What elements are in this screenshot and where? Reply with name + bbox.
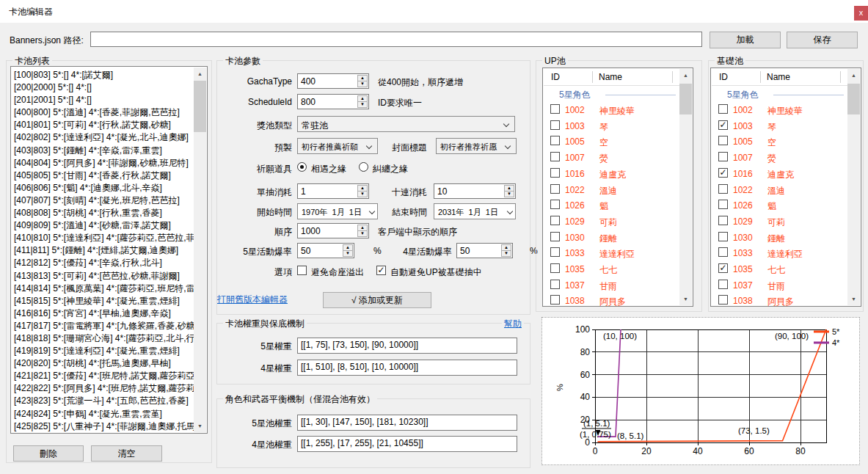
row-checkbox[interactable]	[550, 152, 560, 161]
load-button[interactable]: 加載	[710, 32, 781, 48]
list-item[interactable]: [414|814] 5*:[楓原萬葉] 4*:[蘿莎莉亞,班尼特,雷澤]	[12, 282, 194, 295]
pool-row[interactable]: 1035七七	[712, 261, 847, 277]
list-item[interactable]: [408|808] 5*:[胡桃] 4*:[行秋,重雲,香菱]	[12, 207, 194, 219]
row-checkbox[interactable]	[550, 247, 560, 257]
pool-row[interactable]: 1026魈	[712, 197, 847, 214]
row-checkbox[interactable]	[718, 120, 728, 130]
list-item[interactable]: [422|822] 5*:[阿貝多] 4*:[班尼特,諾艾爾,蘿莎莉亞]	[12, 382, 194, 395]
list-item[interactable]: [406|806] 5*:[魈] 4*:[迪奧娜,北斗,辛焱]	[12, 182, 194, 194]
cover-combobox[interactable]: 初行者推荐祈愿	[436, 138, 517, 154]
spinner-down-icon[interactable]: ▼	[501, 250, 511, 257]
pool-list-scrollbar[interactable]: ▲ ▼	[194, 68, 206, 432]
scrollbar-thumb[interactable]	[679, 84, 692, 114]
path-input[interactable]	[90, 32, 702, 47]
scroll-down-icon[interactable]: ▼	[679, 293, 692, 305]
pool-row[interactable]: 1016迪盧克	[544, 166, 679, 182]
list-item[interactable]: [407|807] 5*:[刻晴] 4*:[凝光,班尼特,芭芭拉]	[12, 194, 194, 207]
column-header-name[interactable]: Name	[767, 72, 790, 82]
row-checkbox[interactable]	[550, 232, 560, 241]
pool-row[interactable]: 1037甘雨	[544, 277, 679, 293]
pool-row[interactable]: 1005空	[712, 134, 847, 150]
list-item[interactable]: [411|811] 5*:[鍾離] 4*:[煙緋,諾艾爾,迪奧娜]	[12, 244, 194, 257]
list-item[interactable]: [416|816] 5*:[宵宮] 4*:[早柚,迪奧娜,辛焱]	[12, 307, 194, 320]
list-item[interactable]: [413|813] 5*:[可莉] 4*:[芭芭拉,砂糖,菲謝爾]	[12, 270, 194, 282]
row-checkbox[interactable]	[718, 263, 728, 273]
list-item[interactable]: [201|2001] 5*:[] 4*:[]	[12, 94, 194, 106]
row-checkbox[interactable]	[718, 280, 728, 289]
spinner-down-icon[interactable]: ▼	[357, 230, 368, 237]
scroll-up-icon[interactable]: ▲	[847, 69, 860, 81]
pool-row[interactable]: 1035七七	[544, 261, 679, 277]
list-item[interactable]: [402|802] 5*:[達達利亞] 4*:[凝光,北斗,迪奧娜]	[12, 131, 194, 144]
gachatype-spinner[interactable]: 400 ▲▼	[297, 73, 369, 89]
list-item[interactable]: [423|823] 5*:[荒瀧一斗] 4*:[五郎,芭芭拉,香菱]	[12, 395, 194, 407]
spinner-down-icon[interactable]: ▼	[357, 101, 368, 108]
save-button[interactable]: 保存	[787, 32, 858, 48]
scroll-down-icon[interactable]: ▼	[847, 293, 860, 305]
row-checkbox[interactable]	[550, 120, 560, 130]
row-checkbox[interactable]	[550, 104, 560, 114]
end-datepicker[interactable]: 2031年 1月 1日	[434, 203, 516, 219]
list-item[interactable]: [415|815] 5*:[神里綾華] 4*:[凝光,重雲,煙緋]	[12, 295, 194, 307]
list-item[interactable]: [419|819] 5*:[達達利亞] 4*:[凝光,重雲,煙緋]	[12, 345, 194, 357]
pool-row[interactable]: 1022溫迪	[712, 182, 847, 198]
pool-row[interactable]: 1022溫迪	[544, 182, 679, 198]
avoid-up-in-base-checkbox[interactable]	[376, 266, 386, 275]
pool-listbox[interactable]: [100|803] 5*:[] 4*:[諾艾爾][200|2000] 5*:[]…	[10, 66, 208, 434]
row-checkbox[interactable]	[718, 136, 728, 145]
row-checkbox[interactable]	[718, 200, 728, 209]
row-checkbox[interactable]	[718, 152, 728, 161]
column-header-id[interactable]: ID	[719, 72, 728, 82]
row-checkbox[interactable]	[550, 136, 560, 145]
pool-row[interactable]: 1038阿貝多	[544, 293, 679, 309]
list-item[interactable]: [409|809] 5*:[溫迪] 4*:[砂糖,雷澤,諾艾爾]	[12, 219, 194, 232]
add-update-button[interactable]: √ 添加或更新	[323, 292, 431, 308]
pool-row[interactable]: 1029可莉	[712, 214, 847, 230]
pool-row[interactable]: 1038阿貝多	[712, 293, 847, 309]
pooltype-combobox[interactable]: 常驻池	[297, 116, 515, 132]
rate4-spinner[interactable]: 50 ▲▼	[456, 243, 513, 258]
list-item[interactable]: [425|825] 5*:[八重神子] 4*:[菲謝爾,迪奧娜,托馬]	[12, 420, 194, 432]
pool-row[interactable]: 1005空	[544, 134, 679, 150]
scroll-up-icon[interactable]: ▲	[679, 69, 692, 81]
row-checkbox[interactable]	[718, 168, 728, 178]
row-checkbox[interactable]	[550, 216, 560, 225]
column-header-id[interactable]: ID	[551, 72, 560, 82]
row-checkbox[interactable]	[718, 184, 728, 194]
base-pool-list[interactable]: ID Name 5星角色 1002神里綾華1003琴1005空1007熒1016…	[710, 68, 861, 307]
row-checkbox[interactable]	[550, 263, 560, 273]
list-item[interactable]: [404|804] 5*:[阿貝多] 4*:[菲謝爾,砂糖,班尼特]	[12, 157, 194, 169]
pool-row[interactable]: 1029可莉	[544, 214, 679, 230]
row-checkbox[interactable]	[550, 295, 560, 305]
pool-row[interactable]: 1037甘雨	[712, 277, 847, 293]
row-checkbox[interactable]	[718, 232, 728, 241]
row-checkbox[interactable]	[718, 104, 728, 114]
list-item[interactable]: [405|805] 5*:[甘雨] 4*:[香菱,行秋,諾艾爾]	[12, 169, 194, 182]
list-item[interactable]: [417|817] 5*:[雷電將軍] 4*:[九條裟羅,香菱,砂糖]	[12, 320, 194, 332]
row-checkbox[interactable]	[718, 216, 728, 225]
row-checkbox[interactable]	[550, 168, 560, 178]
pool-row[interactable]: 1002神里綾華	[712, 102, 847, 118]
pool-row[interactable]: 1033達達利亞	[712, 245, 847, 261]
pool-row[interactable]: 1007熒	[712, 150, 847, 166]
pool-row[interactable]: 1026魈	[544, 197, 679, 214]
base-pool-scrollbar[interactable]: ▲ ▼	[847, 69, 860, 305]
pool-row[interactable]: 1030鍾離	[712, 230, 847, 246]
spinner-down-icon[interactable]: ▼	[343, 250, 353, 257]
pool-row[interactable]: 1016迪盧克	[712, 166, 847, 182]
list-item[interactable]: [418|818] 5*:[珊瑚宮心海] 4*:[蘿莎莉亞,北斗,行秋]	[12, 332, 194, 345]
pool-row[interactable]: 1002神里綾華	[544, 102, 679, 118]
scroll-up-icon[interactable]: ▲	[194, 68, 206, 80]
avoid-constellation-checkbox[interactable]	[297, 266, 307, 275]
pool-row[interactable]: 1003琴	[544, 118, 679, 134]
ten-spinner[interactable]: 10 ▲▼	[434, 183, 516, 199]
list-item[interactable]: [424|824] 5*:[申鶴] 4*:[凝光,重雲,雲堇]	[12, 408, 194, 420]
order-spinner[interactable]: 1000 ▲▼	[297, 223, 369, 238]
pool-row[interactable]: 1033達達利亞	[544, 245, 679, 261]
list-item[interactable]: [420|820] 5*:[胡桃] 4*:[托馬,迪奧娜,早柚]	[12, 357, 194, 370]
rate5-spinner[interactable]: 50 ▲▼	[297, 243, 354, 258]
help-link[interactable]: 幫助	[502, 318, 524, 330]
spinner-down-icon[interactable]: ▼	[357, 81, 368, 87]
delete-button[interactable]: 刪除	[13, 445, 84, 462]
list-item[interactable]: [412|812] 5*:[優菈] 4*:[辛焱,行秋,北斗]	[12, 257, 194, 269]
